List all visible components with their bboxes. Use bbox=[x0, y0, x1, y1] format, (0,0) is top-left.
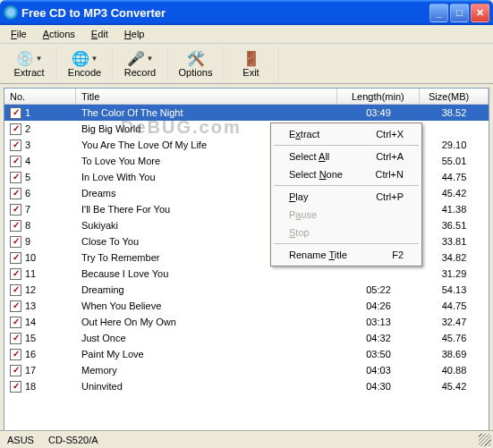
checkbox-icon[interactable]: ✓ bbox=[10, 284, 21, 296]
encode-icon: 🌐 bbox=[72, 49, 89, 67]
track-length: 04:26 bbox=[337, 300, 420, 311]
resize-grip[interactable] bbox=[479, 434, 491, 446]
header-title[interactable]: Title bbox=[76, 89, 337, 104]
track-size: 29.10 bbox=[420, 139, 489, 150]
track-no: 1 bbox=[25, 107, 30, 118]
track-size: 38.52 bbox=[420, 107, 489, 118]
checkbox-icon[interactable]: ✓ bbox=[10, 156, 21, 167]
window-buttons: _ □ ✕ bbox=[429, 4, 489, 22]
ctx-extract[interactable]: ExtractCtrl+X bbox=[273, 125, 420, 143]
close-button[interactable]: ✕ bbox=[471, 4, 489, 22]
track-title: Paint My Love bbox=[76, 349, 337, 359]
track-title: Just Once bbox=[76, 333, 337, 343]
table-row[interactable]: ✓15Just Once04:3245.76 bbox=[4, 330, 489, 346]
checkbox-icon[interactable]: ✓ bbox=[10, 317, 21, 328]
ctx-play[interactable]: PlayCtrl+P bbox=[273, 188, 420, 206]
checkbox-icon[interactable]: ✓ bbox=[10, 188, 21, 199]
ctx-pause: Pause bbox=[273, 206, 420, 224]
menu-edit[interactable]: Edit bbox=[84, 27, 115, 41]
track-title: When You Believe bbox=[76, 300, 337, 311]
record-button[interactable]: 🎤▼ Record bbox=[113, 46, 168, 81]
checkbox-icon[interactable]: ✓ bbox=[10, 365, 21, 376]
minimize-button[interactable]: _ bbox=[429, 4, 448, 22]
track-length: 03:13 bbox=[337, 317, 420, 327]
table-row[interactable]: ✓16Paint My Love03:5038.69 bbox=[4, 346, 489, 362]
record-icon: 🎤 bbox=[127, 49, 145, 67]
status-bar: ASUS CD-S520/A bbox=[0, 430, 493, 448]
table-row[interactable]: ✓17Memory04:0340.88 bbox=[4, 362, 489, 378]
track-no: 16 bbox=[25, 349, 36, 359]
exit-button[interactable]: 🚪 Exit bbox=[224, 46, 279, 81]
track-length: 03:49 bbox=[337, 107, 420, 118]
checkbox-icon[interactable]: ✓ bbox=[10, 300, 21, 312]
maximize-button[interactable]: □ bbox=[450, 4, 469, 22]
options-icon: 🛠️ bbox=[187, 49, 205, 67]
track-no: 6 bbox=[25, 188, 30, 199]
menu-bar: File Actions Edit Help bbox=[0, 25, 493, 44]
ctx-separator bbox=[274, 243, 419, 244]
track-length: 03:50 bbox=[337, 349, 420, 359]
ctx-stop: Stop bbox=[273, 224, 420, 241]
track-size: 44.75 bbox=[420, 172, 489, 182]
menu-help[interactable]: Help bbox=[117, 27, 152, 41]
checkbox-icon[interactable]: ✓ bbox=[10, 204, 21, 216]
extract-icon: 💿 bbox=[16, 49, 34, 67]
checkbox-icon[interactable]: ✓ bbox=[10, 236, 21, 248]
checkbox-icon[interactable]: ✓ bbox=[10, 139, 21, 151]
options-button[interactable]: 🛠️ Options bbox=[168, 46, 224, 81]
header-no[interactable]: No. bbox=[4, 89, 76, 104]
menu-file[interactable]: File bbox=[4, 27, 34, 41]
track-no: 9 bbox=[25, 236, 30, 247]
track-size: 34.82 bbox=[420, 252, 489, 263]
extract-button[interactable]: 💿▼ Extract bbox=[2, 46, 57, 81]
checkbox-icon[interactable]: ✓ bbox=[10, 381, 21, 393]
table-row[interactable]: ✓14Out Here On My Own03:1332.47 bbox=[4, 314, 489, 330]
table-row[interactable]: ✓18Uninvited04:3045.42 bbox=[4, 378, 489, 394]
checkbox-icon[interactable]: ✓ bbox=[10, 220, 21, 232]
context-menu: ExtractCtrl+X Select AllCtrl+A Select No… bbox=[270, 123, 422, 266]
table-row[interactable]: ✓1The Color Of The Night03:4938.52 bbox=[4, 105, 489, 121]
header-size[interactable]: Size(MB) bbox=[420, 89, 489, 104]
track-listview[interactable]: No. Title Length(min) Size(MB) DeBUG.com… bbox=[4, 88, 489, 444]
track-title: Memory bbox=[76, 365, 337, 376]
track-length: 05:22 bbox=[337, 284, 420, 295]
checkbox-icon[interactable]: ✓ bbox=[10, 333, 21, 344]
table-row[interactable]: ✓13When You Believe04:2644.75 bbox=[4, 298, 489, 314]
header-length[interactable]: Length(min) bbox=[337, 89, 420, 104]
track-size: 36.51 bbox=[420, 220, 489, 231]
ctx-separator bbox=[274, 185, 419, 186]
track-title: The Color Of The Night bbox=[76, 107, 337, 118]
checkbox-icon[interactable]: ✓ bbox=[10, 107, 21, 119]
track-size: 31.29 bbox=[420, 268, 489, 279]
track-length: 04:03 bbox=[337, 365, 420, 376]
ctx-separator bbox=[274, 145, 419, 146]
track-no: 10 bbox=[25, 252, 36, 263]
track-title: Out Here On My Own bbox=[76, 317, 337, 327]
track-no: 12 bbox=[25, 284, 36, 295]
track-no: 11 bbox=[25, 268, 36, 279]
checkbox-icon[interactable]: ✓ bbox=[10, 172, 21, 183]
track-size: 54.13 bbox=[420, 284, 489, 295]
checkbox-icon[interactable]: ✓ bbox=[10, 268, 21, 280]
checkbox-icon[interactable]: ✓ bbox=[10, 349, 21, 360]
ctx-select-all[interactable]: Select AllCtrl+A bbox=[273, 148, 420, 165]
menu-actions[interactable]: Actions bbox=[36, 27, 82, 41]
track-size: 38.69 bbox=[420, 349, 489, 359]
track-no: 14 bbox=[25, 317, 36, 327]
track-title: Dreaming bbox=[76, 284, 337, 295]
table-row[interactable]: ✓11Because I Love You31.29 bbox=[4, 266, 489, 282]
encode-button[interactable]: 🌐▼ Encode bbox=[57, 46, 113, 81]
track-no: 2 bbox=[25, 123, 30, 134]
ctx-select-none[interactable]: Select NoneCtrl+N bbox=[273, 165, 420, 183]
checkbox-icon[interactable]: ✓ bbox=[10, 123, 21, 135]
track-no: 7 bbox=[25, 204, 30, 215]
track-no: 8 bbox=[25, 220, 30, 231]
track-size: 45.76 bbox=[420, 333, 489, 343]
table-row[interactable]: ✓12Dreaming05:2254.13 bbox=[4, 282, 489, 298]
ctx-rename[interactable]: Rename TitleF2 bbox=[273, 246, 420, 264]
track-rows: DeBUG.com ExtractCtrl+X Select AllCtrl+A… bbox=[4, 105, 489, 394]
track-length: 04:30 bbox=[337, 381, 420, 392]
track-size: 55.01 bbox=[420, 156, 489, 166]
checkbox-icon[interactable]: ✓ bbox=[10, 252, 21, 264]
track-size: 45.42 bbox=[420, 381, 489, 392]
